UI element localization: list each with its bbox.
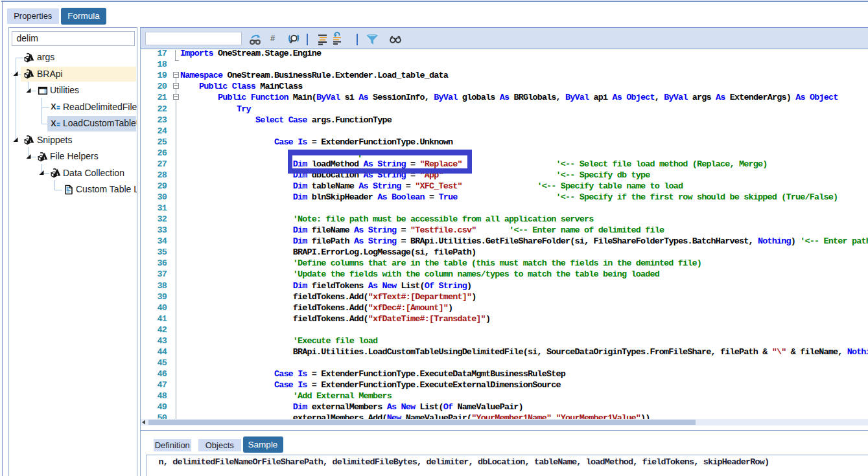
svg-text:X: X — [51, 102, 56, 111]
svg-text:X: X — [51, 119, 56, 128]
